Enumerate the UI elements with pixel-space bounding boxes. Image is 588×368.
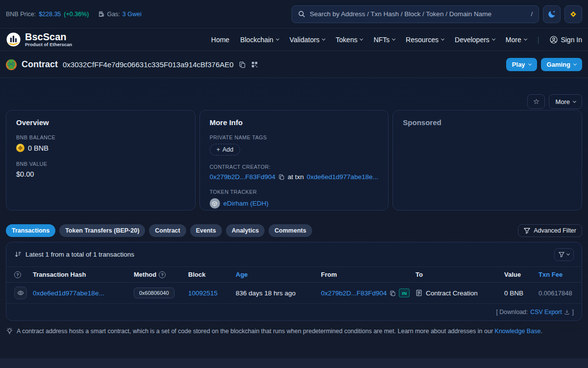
copy-address-icon[interactable] — [239, 61, 246, 68]
main-nav: Home Blockchain Validators Tokens NFTs R… — [211, 36, 582, 44]
method-badge[interactable]: 0x60806040 — [134, 288, 174, 298]
nav-item-more[interactable]: More — [506, 36, 527, 44]
search-input[interactable] — [310, 10, 526, 18]
star-icon: ☆ — [533, 97, 539, 106]
funnel-icon — [559, 252, 564, 258]
bscscan-logo-icon — [6, 32, 21, 47]
play-button[interactable]: Play — [506, 58, 537, 71]
bnb-price-change: (+0.36%) — [64, 11, 89, 18]
nav-item-tokens[interactable]: Tokens — [336, 36, 363, 44]
tab-token-transfers[interactable]: Token Transfers (BEP-20) — [59, 224, 145, 237]
gas-value[interactable]: 3 Gwei — [122, 11, 142, 18]
footer-band — [0, 358, 588, 368]
theme-toggle-button[interactable] — [543, 5, 561, 23]
address-identicon — [6, 59, 17, 70]
more-info-title: More Info — [210, 118, 379, 127]
nav-item-validators[interactable]: Validators — [290, 36, 325, 44]
col-from: From — [321, 271, 416, 278]
favorite-star-button[interactable]: ☆ — [527, 94, 545, 109]
col-value: Value — [504, 271, 539, 278]
chevron-down-icon — [276, 37, 279, 41]
chevron-down-icon — [392, 37, 395, 41]
qr-grid-icon[interactable] — [251, 61, 258, 68]
col-txn-fee-toggle[interactable]: Txn Fee — [539, 271, 575, 278]
creator-address-link[interactable]: 0x279b2D...F83Fd904 — [210, 173, 275, 181]
chevron-down-icon — [322, 37, 325, 41]
moon-icon — [548, 10, 556, 18]
nav-item-home[interactable]: Home — [211, 36, 229, 44]
bnb-value-label: BNB VALUE — [16, 161, 185, 167]
lightbulb-icon — [6, 327, 13, 335]
contract-creator-row: 0x279b2D...F83Fd904 at txn 0xde6ed1d977a… — [210, 173, 379, 181]
search-bar[interactable]: / — [292, 5, 539, 23]
creation-txn-link[interactable]: 0xde6ed1d977abe18e... — [307, 173, 378, 181]
download-icon — [564, 309, 570, 315]
tip-suffix: . — [540, 328, 542, 335]
brand-text: BscScan Product of Etherscan — [25, 32, 72, 47]
tab-events[interactable]: Events — [190, 224, 222, 237]
knowledge-base-link[interactable]: Knowledge Base — [495, 328, 541, 335]
sort-icon — [14, 251, 22, 258]
tab-analytics[interactable]: Analytics — [226, 224, 265, 237]
contract-creator-label: CONTRACT CREATOR: — [210, 164, 379, 170]
tx-preview-eye-button[interactable] — [14, 287, 27, 299]
help-icon: ? — [14, 271, 21, 278]
more-options-button[interactable]: More — [549, 94, 582, 109]
to-cell: Contract Creation — [416, 289, 504, 297]
slash-shortcut-hint: / — [531, 10, 533, 18]
contract-address: 0x3032CfFF4e7d9c06631c335F013a914cBf376A… — [63, 60, 234, 69]
gaming-button[interactable]: Gaming — [541, 58, 582, 71]
eye-icon — [17, 289, 24, 296]
bnb-balance-label: BNB BALANCE — [16, 134, 185, 140]
nav-item-blockchain[interactable]: Blockchain — [240, 36, 279, 44]
from-cell: 0x279b2D...F83Fd904 IN — [321, 289, 416, 297]
nav-item-nfts[interactable]: NFTs — [373, 36, 395, 44]
add-private-tag-button[interactable]: + Add — [210, 144, 241, 156]
main-content: ☆ More Overview BNB BALANCE 0 BNB BNB VA… — [0, 94, 588, 335]
table-filter-button[interactable] — [554, 248, 574, 261]
private-name-tags-label: PRIVATE NAME TAGS — [210, 134, 379, 140]
bnb-price-value[interactable]: $228.35 — [39, 11, 61, 18]
chevron-down-icon — [360, 37, 363, 41]
nav-item-resources[interactable]: Resources — [406, 36, 444, 44]
contract-header: Contract 0x3032CfFF4e7d9c06631c335F013a9… — [0, 51, 588, 78]
bnb-balance-value: 0 BNB — [28, 144, 49, 152]
brand-tagline: Product of Etherscan — [25, 42, 72, 47]
table-summary-row: Latest 1 from a total of 1 transactions — [6, 242, 582, 267]
footer-tip: A contract address hosts a smart contrac… — [6, 327, 582, 335]
csv-export-link[interactable]: CSV Export — [530, 309, 569, 315]
page-actions-row: ☆ More — [6, 94, 582, 109]
sign-in-button[interactable]: Sign In — [550, 36, 582, 44]
tab-contract[interactable]: Contract — [149, 224, 186, 237]
contract-doc-icon — [416, 289, 422, 296]
search-icon — [298, 10, 305, 18]
at-txn-text: at txn — [288, 173, 304, 181]
tab-transactions[interactable]: Transactions — [6, 224, 55, 237]
chevron-down-icon — [524, 37, 527, 41]
sponsored-title: Sponsored — [403, 118, 572, 127]
nav-item-developers[interactable]: Developers — [455, 36, 495, 44]
copy-from-icon[interactable] — [390, 290, 396, 296]
col-block: Block — [188, 271, 236, 278]
bnb-logo-icon — [569, 10, 578, 19]
topbar-right: / — [292, 5, 582, 23]
table-header-row: ? Transaction Hash Method? Block Age Fro… — [6, 267, 582, 283]
from-address-link[interactable]: 0x279b2D...F83Fd904 — [321, 289, 387, 297]
chevron-down-icon — [566, 252, 570, 256]
block-link[interactable]: 10092515 — [188, 289, 236, 297]
copy-creator-icon[interactable] — [278, 174, 285, 180]
overview-title: Overview — [16, 118, 185, 127]
gas-pump-icon — [98, 11, 104, 17]
advanced-filter-button[interactable]: Advanced Filter — [518, 224, 582, 237]
col-age-toggle[interactable]: Age — [236, 271, 321, 278]
token-tracker-row: eDirham (EDH) — [210, 198, 379, 209]
download-row: [ Download: CSV Export ] — [6, 304, 582, 320]
bnb-network-button[interactable] — [564, 5, 582, 23]
tabs: Transactions Token Transfers (BEP-20) Co… — [6, 224, 312, 237]
token-tracker-link[interactable]: eDirham (EDH) — [223, 200, 269, 207]
tx-hash-link[interactable]: 0xde6ed1d977abe18e... — [33, 289, 134, 297]
brand-logo[interactable]: BscScan Product of Etherscan — [6, 32, 72, 47]
tab-comments[interactable]: Comments — [269, 224, 312, 237]
download-prefix: [ Download: — [496, 309, 528, 315]
user-icon — [550, 36, 558, 44]
